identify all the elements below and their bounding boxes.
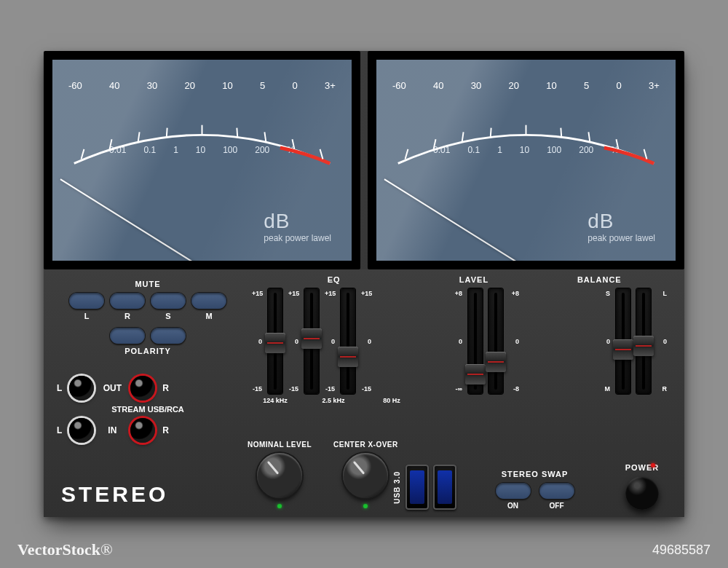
center-xover-knob[interactable]: [343, 453, 388, 498]
eq-slider-1[interactable]: [268, 288, 282, 394]
svg-line-10: [434, 139, 436, 149]
vu-needle-right: [384, 178, 526, 269]
eq-slider-3[interactable]: [341, 288, 355, 394]
mute-l-button[interactable]: [69, 293, 104, 309]
svg-line-1: [110, 139, 112, 149]
eq-group: +150-15 +150-15 +150-15 +150-15: [250, 287, 373, 394]
svg-line-12: [491, 128, 491, 138]
usb-port-1[interactable]: [405, 465, 429, 510]
center-xover-title: CENTER X-OVER: [333, 441, 398, 449]
eq-title: EQ: [265, 275, 403, 284]
watermark: VectorStock®: [17, 540, 113, 559]
svg-line-7: [292, 139, 294, 149]
eq-band-1: 124 kHz: [253, 397, 297, 404]
svg-line-14: [561, 128, 561, 138]
eq-slider-2[interactable]: [304, 288, 319, 394]
jack-section: L OUT R STREAM USB/RCA L IN R: [57, 371, 239, 447]
level-title: LAVEL: [423, 275, 525, 284]
nominal-level-title: NOMINAL LEVEL: [248, 441, 312, 449]
eq-band-2: 2.5 kHz: [312, 397, 355, 404]
brand-logo: STEREO: [61, 482, 168, 507]
out-jack-left[interactable]: [69, 376, 94, 401]
vu-meter-pair: -6040 3020 105 03+: [44, 51, 684, 269]
svg-line-9: [405, 149, 408, 159]
svg-line-6: [264, 132, 266, 142]
eq-band-3: 80 Hz: [370, 397, 414, 404]
stream-label: STREAM USB/RCA: [57, 405, 239, 414]
vu-db-scale: -6040 3020 105 03+: [52, 80, 352, 94]
nominal-level-knob[interactable]: [257, 453, 302, 498]
level-group: +80-∞ +80-8: [451, 287, 521, 394]
usb-block: USB 3.0: [393, 465, 456, 510]
in-jack-right[interactable]: [130, 418, 155, 443]
svg-line-11: [462, 132, 464, 142]
svg-line-16: [616, 139, 618, 149]
in-jack-left[interactable]: [69, 418, 94, 443]
control-panel: MUTE L R S M POLARITY L: [44, 269, 684, 517]
swap-on-button[interactable]: [496, 483, 531, 499]
stock-id: 49685587: [652, 543, 711, 558]
balance-group: S0M L0R: [598, 287, 668, 394]
mute-r-button[interactable]: [110, 293, 145, 309]
polarity-button-2[interactable]: [151, 328, 186, 344]
mute-m-button[interactable]: [191, 293, 226, 309]
svg-line-15: [588, 132, 590, 142]
polarity-title: POLARITY: [57, 347, 239, 355]
swap-off-button[interactable]: [539, 483, 574, 499]
polarity-button-1[interactable]: [110, 328, 145, 344]
mute-title: MUTE: [57, 280, 239, 288]
svg-line-0: [82, 149, 84, 159]
power-title: POWER: [613, 463, 671, 472]
vu-needle-left: [60, 178, 202, 269]
vu-scale-arc-icon: [391, 120, 661, 171]
vu-unit-label: dB peak power lawel: [264, 210, 331, 243]
svg-line-5: [237, 128, 237, 138]
level-slider-l[interactable]: [468, 288, 483, 394]
power-led-icon: [651, 463, 655, 468]
out-jack-right[interactable]: [130, 376, 155, 401]
vu-scale-arc-icon: [67, 120, 337, 171]
stereo-swap-title: STEREO SWAP: [496, 470, 574, 478]
balance-slider-sm[interactable]: [616, 288, 630, 394]
vu-meter-right: -6040 3020 105 03+: [368, 51, 684, 269]
led-green-icon: [363, 504, 368, 508]
vu-meter-left: -6040 3020 105 03+: [44, 51, 360, 269]
usb-label: USB 3.0: [393, 471, 401, 504]
level-slider-r[interactable]: [488, 288, 503, 394]
svg-line-2: [138, 132, 140, 142]
balance-slider-lr[interactable]: [636, 288, 651, 394]
mute-s-button[interactable]: [151, 293, 186, 309]
stereo-unit: -6040 3020 105 03+: [44, 51, 684, 517]
svg-line-3: [167, 128, 167, 138]
led-green-icon: [277, 504, 282, 508]
balance-title: BALANCE: [545, 275, 654, 284]
power-button[interactable]: [625, 476, 659, 510]
usb-port-2[interactable]: [433, 465, 456, 510]
